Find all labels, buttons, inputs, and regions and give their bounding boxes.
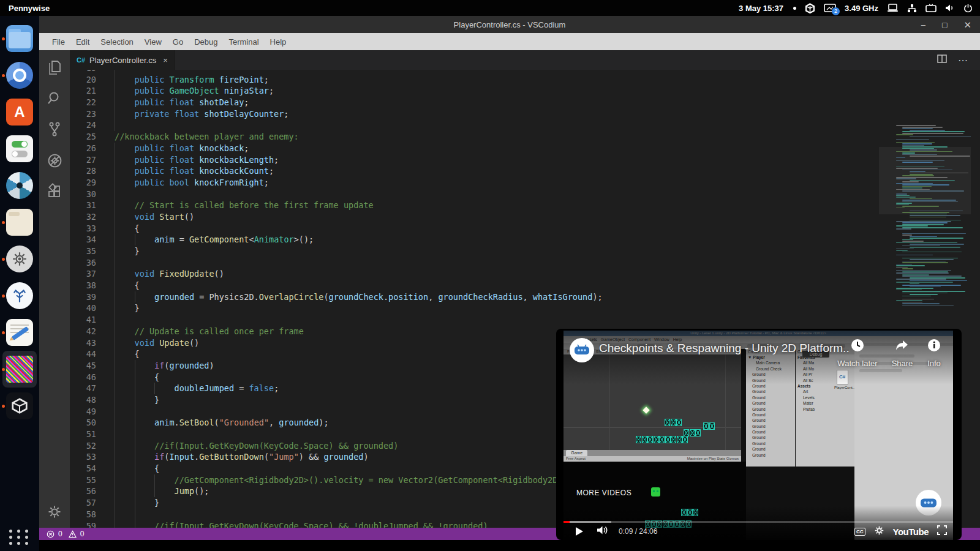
more-actions-icon[interactable]: ⋯ bbox=[958, 54, 969, 66]
watch-later-button[interactable]: Watch later bbox=[836, 338, 879, 368]
unity-tray-icon[interactable] bbox=[805, 3, 815, 13]
close-button[interactable]: ✕ bbox=[963, 20, 971, 29]
dock-item-file-manager[interactable] bbox=[2, 204, 37, 241]
captions-button[interactable]: CC bbox=[854, 528, 865, 536]
network-tree-icon[interactable] bbox=[907, 4, 917, 13]
speaker-icon[interactable] bbox=[945, 4, 955, 12]
laptop-icon[interactable] bbox=[887, 4, 899, 12]
menu-selection[interactable]: Selection bbox=[95, 37, 138, 47]
fullscreen-icon[interactable] bbox=[937, 525, 947, 538]
dock-item-pennywise[interactable] bbox=[2, 277, 37, 314]
hierarchy-item-ground[interactable]: Ground bbox=[746, 452, 795, 458]
window-titlebar[interactable]: PlayerController.cs - VSCodium – ▢ ✕ bbox=[39, 16, 980, 33]
code-line-31: 31 // Start is called before the first f… bbox=[70, 200, 980, 211]
asset-folder-mater[interactable]: Mater bbox=[796, 400, 854, 406]
hierarchy-item-ground[interactable]: Ground bbox=[746, 389, 795, 394]
asset-folder-prefab[interactable]: Prefab bbox=[796, 407, 854, 412]
dock-item-unity[interactable] bbox=[2, 388, 37, 424]
asset-folder-levels[interactable]: Levels bbox=[796, 395, 854, 400]
info-button[interactable]: Info bbox=[916, 338, 952, 368]
activity-bar bbox=[39, 50, 70, 528]
hierarchy-item-ground[interactable]: Ground bbox=[746, 407, 795, 412]
game-right-labels: Maximize on Play Stats Gizmos bbox=[687, 456, 739, 462]
code-line-32: 32 void Start() bbox=[70, 211, 980, 223]
menu-bar: FileEditSelectionViewGoDebugTerminalHelp bbox=[39, 33, 980, 50]
manage-gear-icon[interactable] bbox=[47, 504, 62, 519]
hierarchy-item-ground[interactable]: Ground bbox=[746, 400, 795, 406]
code-line-40: 40 } bbox=[70, 302, 980, 314]
dock: A bbox=[0, 16, 39, 551]
source-control-icon[interactable] bbox=[47, 121, 62, 137]
video-title[interactable]: Checkpoints & Respawning - Unity 2D Plat… bbox=[599, 342, 849, 355]
window-count-badge: 2 bbox=[832, 7, 840, 15]
warnings-icon bbox=[69, 530, 77, 538]
menu-view[interactable]: View bbox=[139, 37, 167, 47]
channel-avatar[interactable] bbox=[570, 338, 594, 362]
errors-count: 0 bbox=[58, 530, 62, 538]
tab-close-icon[interactable]: × bbox=[163, 56, 168, 65]
info-icon bbox=[927, 338, 941, 353]
clock[interactable]: 3 May 15:37 bbox=[739, 4, 783, 13]
search-icon[interactable] bbox=[47, 91, 62, 105]
minimize-button[interactable]: – bbox=[921, 21, 925, 29]
hierarchy-item-ground[interactable]: Ground bbox=[746, 424, 795, 429]
dock-item-screenshot-window[interactable] bbox=[2, 351, 37, 388]
dock-item-notes[interactable] bbox=[2, 314, 37, 351]
tab-playercontroller[interactable]: C# PlayerController.cs × bbox=[70, 50, 175, 70]
volume-icon[interactable] bbox=[597, 525, 609, 538]
video-frame[interactable]: Unity - Level 1.unity - 2D Platformer Tu… bbox=[564, 331, 953, 540]
settings-gear-icon[interactable] bbox=[874, 525, 884, 538]
dock-item-software-store[interactable]: A bbox=[2, 94, 37, 130]
menu-terminal[interactable]: Terminal bbox=[223, 37, 264, 47]
tab-bar: C# PlayerController.cs × ⋯ bbox=[70, 50, 980, 70]
hierarchy-item-ground[interactable]: Ground bbox=[746, 429, 795, 435]
hierarchy-item-ground[interactable]: Ground bbox=[746, 395, 795, 400]
gnome-top-bar: Pennywise 3 May 15:37 2 3.49 GHz bbox=[0, 0, 980, 16]
youtube-logo[interactable]: YouTube bbox=[893, 527, 929, 537]
explorer-icon[interactable] bbox=[47, 59, 62, 75]
code-line-36: 36 bbox=[70, 257, 980, 269]
asset-file-label: PlayerCont... bbox=[834, 386, 850, 389]
dock-item-photos[interactable] bbox=[2, 167, 37, 204]
share-arrow-icon bbox=[895, 338, 910, 353]
window-title: PlayerController.cs - VSCodium bbox=[454, 20, 566, 29]
extensions-icon[interactable] bbox=[47, 184, 62, 199]
hierarchy-item-ground[interactable]: Ground bbox=[746, 446, 795, 452]
settings-toggles-icon bbox=[6, 135, 33, 162]
photos-pinwheel-icon bbox=[6, 172, 33, 199]
power-icon[interactable] bbox=[963, 4, 973, 13]
hierarchy-item-ground[interactable]: Ground bbox=[746, 435, 795, 440]
code-line-39: 39 grounded = Physics2D.OverlapCircle(gr… bbox=[70, 291, 980, 303]
hierarchy-item-ground[interactable]: Ground bbox=[746, 412, 795, 418]
dock-item-settings[interactable] bbox=[2, 130, 37, 167]
run-debug-icon[interactable] bbox=[47, 153, 62, 168]
menu-file[interactable]: File bbox=[47, 37, 70, 47]
clock-icon bbox=[850, 338, 865, 353]
hierarchy-item-ground[interactable]: Ground bbox=[746, 418, 795, 423]
tab-label: PlayerController.cs bbox=[89, 56, 156, 65]
menu-debug[interactable]: Debug bbox=[189, 37, 223, 47]
code-line-34: 34 anim = GetComponent<Animator>(); bbox=[70, 234, 980, 246]
focused-app-name[interactable]: Pennywise bbox=[9, 4, 50, 13]
dock-item-system-gear[interactable] bbox=[2, 241, 37, 277]
more-videos-label[interactable]: MORE VIDEOS bbox=[576, 489, 631, 497]
game-tab: Game bbox=[566, 450, 587, 456]
dock-item-files[interactable] bbox=[2, 20, 37, 57]
cpu-frequency[interactable]: 3.49 GHz bbox=[845, 4, 878, 13]
minimap[interactable] bbox=[879, 124, 971, 313]
play-button[interactable] bbox=[576, 527, 583, 536]
code-line-19: 19 bbox=[70, 70, 980, 74]
window-list-tray-icon[interactable]: 2 bbox=[824, 4, 836, 13]
notes-icon bbox=[6, 319, 33, 346]
maximize-button[interactable]: ▢ bbox=[941, 21, 948, 28]
menu-go[interactable]: Go bbox=[167, 37, 189, 47]
youtube-pip-window[interactable]: Unity - Level 1.unity - 2D Platformer Tu… bbox=[556, 329, 962, 540]
menu-edit[interactable]: Edit bbox=[70, 37, 95, 47]
code-line-20: 20 public Transform firePoint; bbox=[70, 74, 980, 86]
tv-icon[interactable] bbox=[925, 4, 937, 13]
hierarchy-item-ground[interactable]: Ground bbox=[746, 441, 795, 446]
show-applications-button[interactable] bbox=[9, 530, 30, 545]
menu-help[interactable]: Help bbox=[265, 37, 292, 47]
split-editor-icon[interactable] bbox=[937, 54, 947, 66]
dock-item-chromium[interactable] bbox=[2, 57, 37, 94]
